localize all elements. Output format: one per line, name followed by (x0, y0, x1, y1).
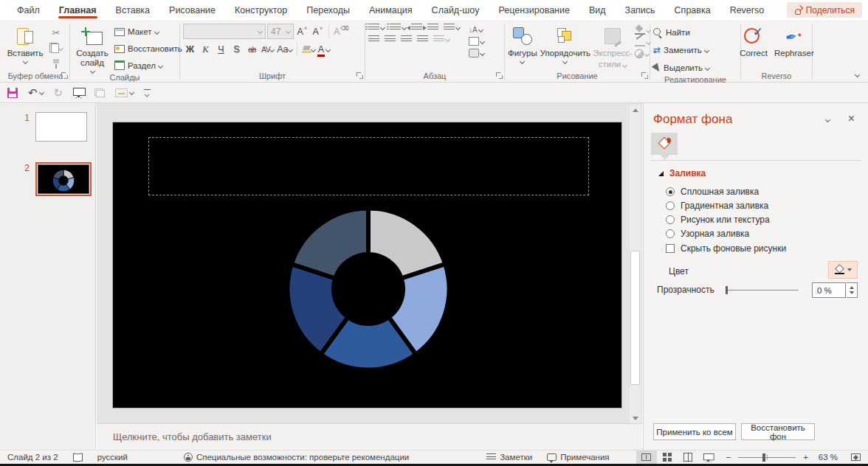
shrink-font-button[interactable]: A˅ (311, 24, 325, 39)
scroll-down-button[interactable] (630, 413, 641, 423)
tab-animations[interactable]: Анимация (359, 0, 422, 20)
text-shadow-button[interactable]: S (230, 42, 244, 57)
tab-reverso[interactable]: Reverso (720, 0, 774, 20)
duplicate-slide-button[interactable] (94, 88, 105, 97)
tab-help[interactable]: Справка (665, 0, 720, 20)
shape-fill-button[interactable] (635, 26, 650, 35)
slide-1-thumbnail[interactable] (35, 112, 87, 142)
numbering-button[interactable] (390, 24, 406, 32)
slide-donut-chart[interactable] (280, 201, 456, 377)
pane-close-button[interactable]: × (848, 112, 855, 125)
line-spacing-button[interactable] (444, 24, 460, 32)
clipboard-dialog-launcher[interactable] (61, 72, 68, 79)
fill-tab-button[interactable] (651, 133, 678, 155)
start-slideshow-button[interactable] (73, 88, 84, 97)
strikethrough-button[interactable]: ab (245, 42, 259, 57)
language-indicator[interactable]: русский (90, 451, 135, 465)
tab-insert[interactable]: Вставка (106, 0, 159, 20)
bold-button[interactable]: Ж (183, 42, 197, 57)
zoom-in-button[interactable]: + (802, 451, 814, 465)
normal-view-button[interactable] (636, 451, 657, 465)
tab-design[interactable]: Конструктор (225, 0, 297, 20)
redo-button[interactable]: ↻ (54, 86, 63, 100)
bullets-button[interactable] (368, 24, 385, 32)
notes-pane[interactable]: Щелкните, чтобы добавить заметки (97, 423, 642, 450)
transparency-spinner[interactable] (847, 282, 858, 298)
reading-view-button[interactable] (678, 451, 698, 465)
align-left-button[interactable] (368, 35, 379, 44)
tab-transitions[interactable]: Переходы (297, 0, 359, 20)
background-color-button[interactable] (828, 261, 858, 279)
justify-button[interactable] (417, 35, 428, 44)
zoom-out-button[interactable]: − (719, 451, 733, 465)
font-size-combobox[interactable]: 47 (267, 24, 294, 39)
paste-button[interactable]: Вставить (4, 24, 46, 63)
format-painter-button[interactable] (49, 57, 63, 70)
collapse-ribbon-button[interactable] (855, 72, 860, 77)
select-button[interactable]: Выделить (653, 60, 709, 75)
columns-button[interactable] (433, 35, 450, 44)
slide-sorter-view-button[interactable] (657, 451, 678, 465)
transparency-value-field[interactable]: 0 % (812, 282, 846, 298)
shape-effects-button[interactable] (635, 49, 650, 58)
shapes-button[interactable]: Фигуры (508, 24, 537, 63)
undo-button[interactable]: ↶ (28, 86, 44, 100)
clear-formatting-button[interactable]: A⌫ (333, 24, 350, 39)
title-placeholder[interactable] (148, 137, 589, 195)
tab-draw[interactable]: Рисование (159, 0, 225, 20)
share-button[interactable]: Поделиться (787, 2, 862, 18)
font-color-button[interactable]: А (317, 42, 331, 57)
highlight-color-button[interactable] (301, 42, 316, 57)
find-button[interactable]: Найти (653, 25, 709, 40)
align-right-button[interactable] (401, 35, 412, 44)
save-button[interactable] (7, 88, 18, 98)
solid-fill-option[interactable]: Сплошная заливка (666, 187, 759, 197)
fill-section-header[interactable]: Заливка (658, 168, 706, 178)
cut-button[interactable]: ✂ (49, 26, 63, 39)
copy-button[interactable] (49, 41, 63, 55)
scroll-up-button[interactable] (630, 105, 641, 115)
align-text-button[interactable] (469, 37, 484, 46)
reverso-rephraser-button[interactable]: ✒✦ Rephraser (775, 24, 813, 58)
hide-background-graphics-option[interactable]: Скрыть фоновые рисунки (666, 243, 786, 254)
quick-styles-button[interactable]: Экспресс- стили (593, 24, 632, 69)
scrollbar-thumb[interactable] (630, 251, 640, 385)
picture-texture-fill-option[interactable]: Рисунок или текстура (666, 215, 770, 225)
slide-canvas[interactable] (112, 122, 622, 408)
tab-home[interactable]: Главная (49, 0, 106, 20)
slideshow-view-button[interactable] (698, 451, 719, 465)
text-direction-button[interactable]: ↓A (469, 26, 484, 34)
font-dialog-launcher[interactable] (356, 72, 363, 79)
paragraph-dialog-launcher[interactable] (496, 72, 503, 79)
tab-slideshow[interactable]: Слайд-шоу (422, 0, 489, 20)
smartart-button[interactable] (469, 49, 484, 58)
increase-indent-button[interactable] (427, 24, 438, 32)
slider-thumb[interactable] (726, 286, 728, 294)
replace-button[interactable]: ⇄Заменить (653, 43, 709, 58)
section-button[interactable]: Раздел (114, 58, 182, 73)
comments-toggle-button[interactable]: Примечания (540, 451, 616, 465)
slide-2-thumbnail-selected[interactable] (35, 162, 92, 196)
underline-button[interactable]: Ч (214, 42, 228, 57)
grow-font-button[interactable]: A˄ (295, 24, 309, 39)
tab-file[interactable]: Файл (7, 0, 49, 20)
vertical-scrollbar[interactable] (630, 105, 641, 423)
new-slide-button[interactable]: Создать слайд (73, 24, 111, 73)
pattern-fill-option[interactable]: Узорная заливка (666, 229, 749, 239)
tab-view[interactable]: Вид (579, 0, 616, 20)
tab-review[interactable]: Рецензирование (489, 0, 579, 20)
layout-button[interactable]: Макет (114, 24, 182, 39)
decrease-indent-button[interactable] (411, 24, 422, 32)
zoom-slider-thumb[interactable] (762, 453, 765, 462)
zoom-slider[interactable] (738, 457, 796, 458)
align-center-button[interactable] (385, 35, 396, 44)
apply-to-all-button[interactable]: Применить ко всем (653, 423, 736, 440)
transparency-slider[interactable] (726, 290, 799, 291)
notes-toggle-button[interactable]: Заметки (479, 451, 540, 465)
style-swatch-button[interactable] (115, 88, 134, 97)
change-case-button[interactable]: Aa (276, 42, 292, 57)
tab-record[interactable]: Запись (616, 0, 665, 20)
zoom-level[interactable]: 63 % (814, 453, 844, 462)
shape-outline-button[interactable] (635, 38, 650, 46)
customize-toolbar-button[interactable] (144, 89, 151, 96)
